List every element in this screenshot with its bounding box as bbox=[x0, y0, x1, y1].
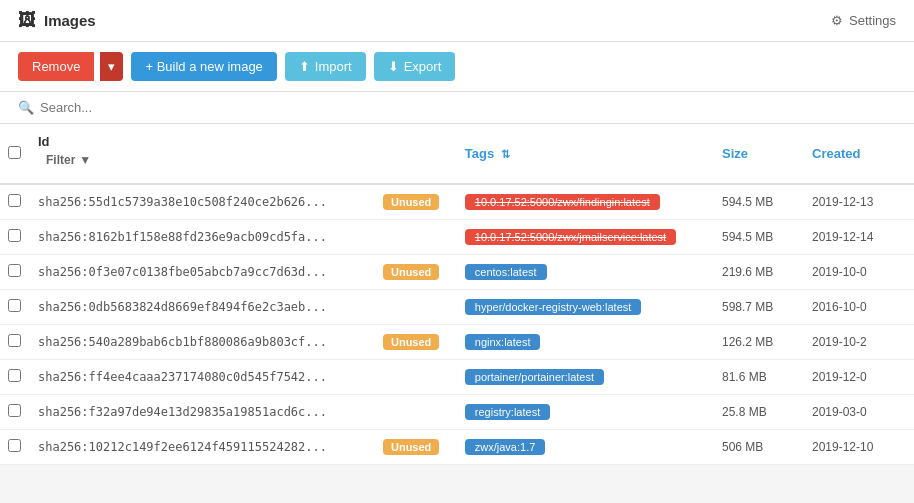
row-created: 2019-12-13 bbox=[804, 184, 914, 220]
page-title: Images bbox=[44, 12, 96, 29]
table-row: sha256:8162b1f158e88fd236e9acb09cd5fa...… bbox=[0, 220, 914, 255]
row-tag: 10.0.17.52:5000/zwx/jmailservice:latest bbox=[465, 229, 676, 245]
search-bar: 🔍 bbox=[0, 92, 914, 124]
chevron-down-icon: ▾ bbox=[108, 59, 115, 74]
remove-button[interactable]: Remove bbox=[18, 52, 94, 81]
gear-icon: ⚙ bbox=[831, 13, 843, 28]
images-table: Id Filter ▼ Tags ⇅ Size Created sha256:5… bbox=[0, 124, 914, 465]
table-header-row: Id Filter ▼ Tags ⇅ Size Created bbox=[0, 124, 914, 184]
row-checkbox[interactable] bbox=[8, 299, 21, 312]
row-created: 2019-03-0 bbox=[804, 395, 914, 430]
filter-label: Filter bbox=[46, 153, 75, 167]
row-created: 2019-12-10 bbox=[804, 430, 914, 465]
row-id: sha256:55d1c5739a38e10c508f240ce2b626... bbox=[30, 184, 375, 220]
row-id: sha256:10212c149f2ee6124f459115524282... bbox=[30, 430, 375, 465]
row-unused-badge-cell bbox=[375, 360, 457, 395]
row-tag-cell: portainer/portainer:latest bbox=[457, 360, 714, 395]
row-checkbox[interactable] bbox=[8, 264, 21, 277]
row-tag: centos:latest bbox=[465, 264, 547, 280]
row-id: sha256:ff4ee4caaa237174080c0d545f7542... bbox=[30, 360, 375, 395]
select-all-checkbox[interactable] bbox=[8, 146, 21, 159]
row-tag-cell: registry:latest bbox=[457, 395, 714, 430]
row-tag-cell: 10.0.17.52:5000/zwx/findingin:latest bbox=[457, 184, 714, 220]
unused-badge: Unused bbox=[383, 439, 439, 455]
row-size: 219.6 MB bbox=[714, 255, 804, 290]
row-tag: 10.0.17.52:5000/zwx/findingin:latest bbox=[465, 194, 660, 210]
toolbar: Remove ▾ + Build a new image ⬆ Import ⬇ … bbox=[0, 42, 914, 92]
row-unused-badge-cell bbox=[375, 395, 457, 430]
col-id-label: Id bbox=[38, 134, 50, 149]
row-checkbox[interactable] bbox=[8, 334, 21, 347]
row-created: 2019-12-14 bbox=[804, 220, 914, 255]
row-unused-badge-cell bbox=[375, 220, 457, 255]
table-row: sha256:f32a97de94e13d29835a19851acd6c...… bbox=[0, 395, 914, 430]
row-tag-cell: centos:latest bbox=[457, 255, 714, 290]
images-table-container: Id Filter ▼ Tags ⇅ Size Created sha256:5… bbox=[0, 124, 914, 465]
row-tag: zwx/java:1.7 bbox=[465, 439, 546, 455]
sort-icon: ⇅ bbox=[501, 148, 510, 160]
row-tag: hyper/docker-registry-web:latest bbox=[465, 299, 642, 315]
export-button[interactable]: ⬇ Export bbox=[374, 52, 456, 81]
search-icon: 🔍 bbox=[18, 100, 34, 115]
row-unused-badge-cell: Unused bbox=[375, 255, 457, 290]
row-size: 126.2 MB bbox=[714, 325, 804, 360]
table-row: sha256:55d1c5739a38e10c508f240ce2b626...… bbox=[0, 184, 914, 220]
row-created: 2019-12-0 bbox=[804, 360, 914, 395]
table-row: sha256:0db5683824d8669ef8494f6e2c3aeb...… bbox=[0, 290, 914, 325]
table-row: sha256:540a289bab6cb1bf880086a9b803cf...… bbox=[0, 325, 914, 360]
row-tag-cell: 10.0.17.52:5000/zwx/jmailservice:latest bbox=[457, 220, 714, 255]
page-title-section: 🖼 Images bbox=[18, 10, 96, 31]
unused-badge: Unused bbox=[383, 264, 439, 280]
row-checkbox[interactable] bbox=[8, 439, 21, 452]
row-checkbox[interactable] bbox=[8, 229, 21, 242]
row-size: 594.5 MB bbox=[714, 220, 804, 255]
row-size: 25.8 MB bbox=[714, 395, 804, 430]
table-row: sha256:ff4ee4caaa237174080c0d545f7542...… bbox=[0, 360, 914, 395]
row-checkbox[interactable] bbox=[8, 194, 21, 207]
row-tag-cell: nginx:latest bbox=[457, 325, 714, 360]
row-unused-badge-cell: Unused bbox=[375, 325, 457, 360]
settings-link[interactable]: ⚙ Settings bbox=[831, 13, 896, 28]
col-size-label: Size bbox=[722, 146, 748, 161]
row-created: 2016-10-0 bbox=[804, 290, 914, 325]
download-icon: ⬇ bbox=[388, 59, 399, 74]
row-tag-cell: hyper/docker-registry-web:latest bbox=[457, 290, 714, 325]
images-icon: 🖼 bbox=[18, 10, 36, 31]
row-id: sha256:8162b1f158e88fd236e9acb09cd5fa... bbox=[30, 220, 375, 255]
row-checkbox[interactable] bbox=[8, 369, 21, 382]
remove-dropdown-button[interactable]: ▾ bbox=[100, 52, 123, 81]
search-input[interactable] bbox=[40, 100, 896, 115]
row-id: sha256:0f3e07c0138fbe05abcb7a9cc7d63d... bbox=[30, 255, 375, 290]
filter-icon: ▼ bbox=[79, 153, 91, 167]
row-tag: nginx:latest bbox=[465, 334, 541, 350]
col-created-label: Created bbox=[812, 146, 860, 161]
row-size: 81.6 MB bbox=[714, 360, 804, 395]
import-button[interactable]: ⬆ Import bbox=[285, 52, 366, 81]
row-id: sha256:f32a97de94e13d29835a19851acd6c... bbox=[30, 395, 375, 430]
row-size: 506 MB bbox=[714, 430, 804, 465]
build-image-button[interactable]: + Build a new image bbox=[131, 52, 276, 81]
row-unused-badge-cell bbox=[375, 290, 457, 325]
row-tag: registry:latest bbox=[465, 404, 550, 420]
row-tag-cell: zwx/java:1.7 bbox=[457, 430, 714, 465]
top-bar: 🖼 Images ⚙ Settings bbox=[0, 0, 914, 42]
unused-badge: Unused bbox=[383, 334, 439, 350]
settings-label: Settings bbox=[849, 13, 896, 28]
row-id: sha256:0db5683824d8669ef8494f6e2c3aeb... bbox=[30, 290, 375, 325]
row-size: 594.5 MB bbox=[714, 184, 804, 220]
row-created: 2019-10-0 bbox=[804, 255, 914, 290]
table-row: sha256:0f3e07c0138fbe05abcb7a9cc7d63d...… bbox=[0, 255, 914, 290]
row-checkbox[interactable] bbox=[8, 404, 21, 417]
row-created: 2019-10-2 bbox=[804, 325, 914, 360]
col-tags-label[interactable]: Tags bbox=[465, 146, 494, 161]
row-unused-badge-cell: Unused bbox=[375, 430, 457, 465]
row-unused-badge-cell: Unused bbox=[375, 184, 457, 220]
row-size: 598.7 MB bbox=[714, 290, 804, 325]
row-id: sha256:540a289bab6cb1bf880086a9b803cf... bbox=[30, 325, 375, 360]
unused-badge: Unused bbox=[383, 194, 439, 210]
upload-icon: ⬆ bbox=[299, 59, 310, 74]
table-row: sha256:10212c149f2ee6124f459115524282...… bbox=[0, 430, 914, 465]
row-tag: portainer/portainer:latest bbox=[465, 369, 604, 385]
